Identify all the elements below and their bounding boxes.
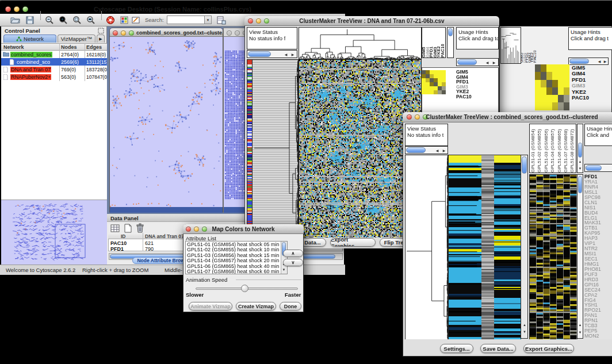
create-vizmap-label: Create Vizmap (238, 304, 274, 309)
group-separator (236, 279, 301, 280)
move-down-button[interactable]: ∨ (283, 259, 303, 266)
scroll-down-icon[interactable]: ▼ (281, 268, 286, 271)
up-arrow-icon: ∧ (292, 251, 295, 256)
faster-label: Faster (285, 292, 301, 298)
down-arrow-icon: ∨ (292, 260, 295, 265)
speed-slider-thumb[interactable] (241, 285, 248, 292)
animate-vizmap-label: Animate Vizmap (190, 304, 230, 309)
done-label: Done (284, 304, 297, 309)
animate-vizmap-button[interactable]: Animate Vizmap (189, 302, 232, 311)
create-vizmap-button[interactable]: Create Vizmap (236, 302, 276, 311)
attribute-items[interactable]: GPL51-01 (GSM854) heat shock 05 minGPL51… (187, 242, 280, 274)
attribute-list-vscrollbar[interactable]: ▲ ▼ (281, 242, 287, 274)
animation-speed-label: Animation Speed (186, 277, 227, 283)
dialog-title: Map Colors to Network (183, 226, 304, 232)
done-button[interactable]: Done (280, 302, 301, 311)
attribute-listbox[interactable]: GPL51-01 (GSM854) heat shock 05 minGPL51… (185, 241, 288, 274)
move-up-button[interactable]: ∧ (283, 250, 303, 257)
slower-label: Slower (186, 292, 204, 298)
desktop: Cytoscape Desktop (Session Name: collins… (0, 0, 612, 364)
